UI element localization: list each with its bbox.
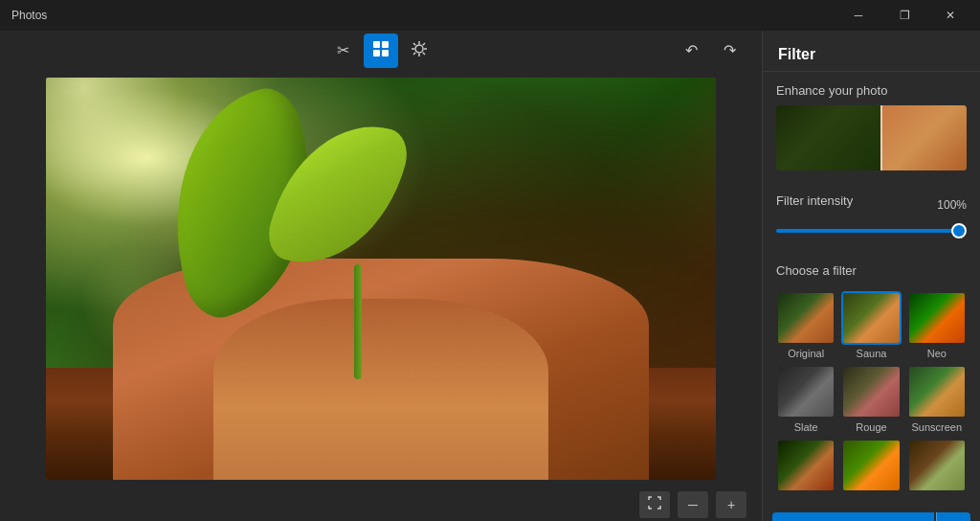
filter-label-original: Original <box>788 348 824 359</box>
filter-thumb-slate <box>776 365 835 419</box>
enhance-before <box>776 105 880 170</box>
undo-button[interactable]: ↶ <box>674 34 708 68</box>
filter-thumb-r1 <box>776 439 835 492</box>
enhance-section: Enhance your photo <box>763 72 980 182</box>
svg-rect-3 <box>382 50 389 57</box>
filter-label-sunscreen: Sunscreen <box>912 421 963 433</box>
toolbar: ✂ <box>0 31 762 70</box>
filter-preview-sauna <box>843 293 899 343</box>
filter-preview-original <box>778 293 834 343</box>
filter-label-rouge: Rouge <box>856 421 886 433</box>
svg-point-4 <box>415 45 423 53</box>
undo-icon: ↶ <box>685 41 698 59</box>
filter-item-r3[interactable] <box>907 439 967 495</box>
intensity-slider[interactable] <box>776 221 967 240</box>
plant-stem <box>354 264 362 379</box>
enhance-preview[interactable] <box>776 105 967 170</box>
filter-item-slate[interactable]: Slate <box>776 365 835 433</box>
photo-background <box>46 78 716 480</box>
adjust-button[interactable] <box>402 34 436 68</box>
svg-line-12 <box>413 53 415 55</box>
minus-icon: ─ <box>688 497 698 512</box>
main-area: ✂ <box>0 31 980 521</box>
filter-icon <box>372 40 390 61</box>
redo-button[interactable]: ↷ <box>712 34 746 68</box>
filter-label-sauna: Sauna <box>857 348 887 359</box>
filter-preview-neo <box>909 293 965 343</box>
svg-rect-0 <box>373 41 380 48</box>
filter-thumb-rouge <box>841 365 901 419</box>
filter-item-r1[interactable] <box>776 439 835 495</box>
save-row: Save a copy ▾ <box>763 503 980 521</box>
app-title: Photos <box>11 9 47 22</box>
toolbar-history: ↶ ↷ <box>674 34 746 68</box>
enhance-label: Enhance your photo <box>776 83 967 98</box>
svg-rect-1 <box>382 41 389 48</box>
filter-preview-rouge <box>843 367 899 417</box>
filter-item-neo[interactable]: Neo <box>907 291 967 359</box>
redo-icon: ↷ <box>724 41 736 59</box>
slider-track <box>776 229 967 233</box>
intensity-section: Filter intensity 100% <box>763 182 980 252</box>
filter-thumb-sunscreen <box>907 365 967 419</box>
intensity-label: Filter intensity <box>776 193 853 208</box>
choose-filter-label: Choose a filter <box>776 263 967 278</box>
filter-button[interactable] <box>364 34 398 68</box>
filter-thumb-r2 <box>841 439 901 492</box>
filter-item-rouge[interactable]: Rouge <box>841 365 901 433</box>
titlebar: Photos ─ ❐ ✕ <box>0 0 980 31</box>
photo-canvas <box>0 70 762 487</box>
filter-thumb-r3 <box>907 439 967 492</box>
filter-preview-r1 <box>778 441 834 490</box>
enhance-divider <box>880 105 882 170</box>
panel-header: Filter <box>763 31 980 72</box>
filter-preview-slate <box>778 367 834 417</box>
intensity-value: 100% <box>937 198 967 212</box>
svg-line-11 <box>423 43 425 45</box>
zoom-in-button[interactable]: + <box>716 491 746 518</box>
svg-line-10 <box>423 53 425 55</box>
filter-preview-sunscreen <box>909 367 965 417</box>
photo-wrapper <box>46 78 716 480</box>
filter-item-original[interactable]: Original <box>776 291 835 359</box>
filter-item-r2[interactable] <box>841 439 901 495</box>
choose-filter-section: Choose a filter <box>763 252 980 291</box>
crop-icon: ✂ <box>337 41 349 59</box>
plus-icon: + <box>727 497 735 512</box>
filter-item-sunscreen[interactable]: Sunscreen <box>907 365 967 433</box>
adjust-icon <box>411 40 428 61</box>
close-button[interactable]: ✕ <box>928 0 972 31</box>
filter-thumb-neo <box>907 291 967 345</box>
svg-rect-2 <box>373 50 380 57</box>
filter-thumb-original <box>776 291 835 345</box>
filter-grid: Original Sauna Neo Slate <box>763 291 980 503</box>
toolbar-tools: ✂ <box>325 34 436 68</box>
crop-button[interactable]: ✂ <box>325 34 360 68</box>
crop-view-button[interactable] <box>639 491 670 518</box>
filter-label-neo: Neo <box>927 348 947 359</box>
hand-cup <box>213 299 548 480</box>
filter-thumb-sauna <box>841 291 901 345</box>
restore-button[interactable]: ❐ <box>882 0 926 31</box>
frame-icon <box>648 496 661 512</box>
slider-thumb[interactable] <box>951 223 967 238</box>
filter-label-slate: Slate <box>794 421 818 433</box>
window-controls: ─ ❐ ✕ <box>836 0 972 31</box>
filter-preview-r2 <box>843 441 899 490</box>
svg-line-9 <box>413 43 415 45</box>
plant-scene <box>46 78 716 480</box>
intensity-row: Filter intensity 100% <box>776 193 967 215</box>
enhance-after <box>880 105 967 170</box>
bottom-controls: ─ + <box>0 487 762 521</box>
minimize-button[interactable]: ─ <box>836 0 880 31</box>
save-dropdown-button[interactable]: ▾ <box>936 512 970 521</box>
zoom-out-button[interactable]: ─ <box>678 491 708 518</box>
editor-area: ✂ <box>0 31 762 521</box>
filter-preview-r3 <box>909 441 965 490</box>
right-panel: Filter Enhance your photo Filter intensi… <box>762 31 980 521</box>
filter-item-sauna[interactable]: Sauna <box>841 291 901 359</box>
save-copy-button[interactable]: Save a copy <box>772 512 934 521</box>
